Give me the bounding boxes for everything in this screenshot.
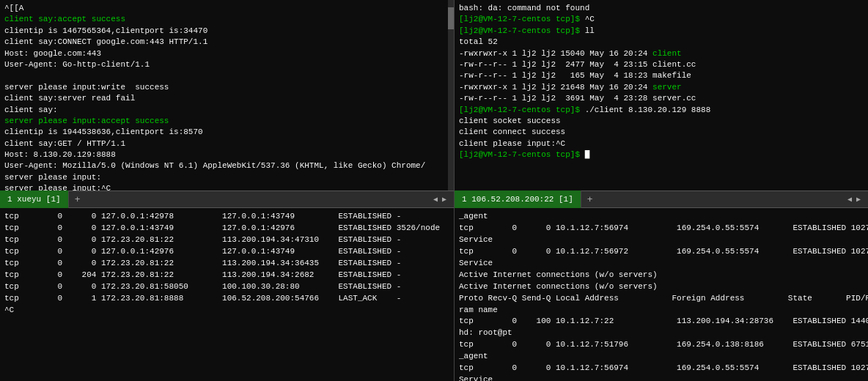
right-top-terminal[interactable]: bash: da: command not found [lj2@VM-12-7… bbox=[455, 0, 868, 190]
tab-bar-left: 1 xueyu [1] + ◀ ▶ bbox=[0, 190, 455, 208]
tab-left[interactable]: 1 xueyu [1] bbox=[0, 190, 69, 208]
right-top-content: bash: da: command not found [lj2@VM-12-7… bbox=[455, 0, 868, 163]
tab-bar: 1 xueyu [1] + ◀ ▶ 1 106.52.208.200:22 [1… bbox=[0, 190, 868, 208]
scrollbar-thumb[interactable] bbox=[448, 7, 454, 29]
tab-left-label: 1 xueyu [1] bbox=[7, 195, 61, 204]
nav-arrows-right[interactable]: ◀ ▶ bbox=[847, 195, 861, 204]
left-top-content: ^[[A client say:accept success clientip … bbox=[0, 0, 454, 190]
tab-right[interactable]: 1 106.52.208.200:22 [1] bbox=[455, 190, 581, 208]
tab-right-label: 1 106.52.208.200:22 [1] bbox=[462, 195, 573, 204]
bottom-terminal-area: tcp 0 0 127.0.0.1:42978 127.0.0.1:43749 … bbox=[0, 208, 868, 381]
tab-new-right[interactable]: + bbox=[581, 190, 599, 208]
tab-nav-right: ◀ ▶ bbox=[845, 195, 868, 204]
main-terminal-area: ^[[A client say:accept success clientip … bbox=[0, 0, 868, 190]
left-top-scrollbar[interactable] bbox=[448, 0, 454, 190]
left-bottom-terminal[interactable]: tcp 0 0 127.0.0.1:42978 127.0.0.1:43749 … bbox=[0, 208, 455, 381]
left-bottom-content: tcp 0 0 127.0.0.1:42978 127.0.0.1:43749 … bbox=[0, 208, 454, 319]
left-top-terminal[interactable]: ^[[A client say:accept success clientip … bbox=[0, 0, 455, 190]
right-bottom-content: _agent tcp 0 0 10.1.12.7:56974 169.254.0… bbox=[455, 208, 868, 381]
tab-nav-left: ◀ ▶ bbox=[430, 195, 454, 204]
tab-bar-right: 1 106.52.208.200:22 [1] + ◀ ▶ bbox=[455, 190, 868, 208]
right-bottom-terminal[interactable]: _agent tcp 0 0 10.1.12.7:56974 169.254.0… bbox=[455, 208, 868, 381]
nav-arrows[interactable]: ◀ ▶ bbox=[433, 195, 446, 204]
tab-new-left[interactable]: + bbox=[69, 190, 87, 208]
